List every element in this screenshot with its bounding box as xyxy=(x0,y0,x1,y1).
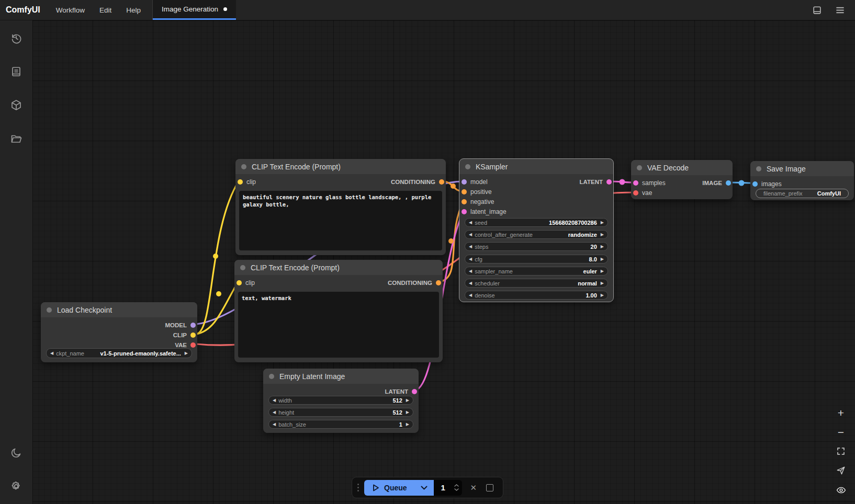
increment-arrow-icon[interactable]: ▶ xyxy=(406,422,409,427)
clip-slot-dot[interactable] xyxy=(190,333,196,338)
model-slot-dot[interactable] xyxy=(190,323,196,328)
increment-arrow-icon[interactable]: ▶ xyxy=(601,293,604,297)
output-slot-image[interactable]: IMAGE xyxy=(702,178,731,188)
decrement-arrow-icon[interactable]: ◀ xyxy=(469,293,472,297)
theme-toggle-moon-icon[interactable] xyxy=(6,442,27,463)
decrement-arrow-icon[interactable]: ◀ xyxy=(273,422,276,427)
toggle-visibility-button[interactable] xyxy=(835,484,847,496)
decrement-arrow-icon[interactable]: ◀ xyxy=(469,233,472,237)
image-slot-dot[interactable] xyxy=(752,181,758,187)
tab-image-generation[interactable]: Image Generation xyxy=(153,0,236,20)
menu-edit[interactable]: Edit xyxy=(92,0,119,20)
increment-arrow-icon[interactable]: ▶ xyxy=(601,257,604,261)
collapse-dot-icon[interactable] xyxy=(637,165,642,170)
collapse-dot-icon[interactable] xyxy=(240,265,245,270)
node-header[interactable]: Load Checkpoint xyxy=(41,302,197,317)
output-slot-clip[interactable]: CLIP xyxy=(173,330,196,340)
node-header[interactable]: CLIP Text Encode (Prompt) xyxy=(234,260,443,275)
menu-help[interactable]: Help xyxy=(119,0,148,20)
zoom-in-button[interactable]: + xyxy=(835,407,847,418)
node-empty-latent-image[interactable]: Empty Latent Image LATENT ◀ width 512 ▶ … xyxy=(263,369,419,433)
output-slot-latent[interactable]: LATENT xyxy=(385,386,417,396)
increment-arrow-icon[interactable]: ▶ xyxy=(601,245,604,249)
widget-seed[interactable]: ◀ seed 156680208700286 ▶ xyxy=(465,218,608,227)
prompt-textarea[interactable]: beautiful scenery nature glass bottle la… xyxy=(239,191,442,250)
drag-handle-icon[interactable] xyxy=(357,484,359,491)
decrement-arrow-icon[interactable]: ◀ xyxy=(469,269,472,273)
latent-slot-dot[interactable] xyxy=(412,389,417,394)
increment-arrow-icon[interactable]: ▶ xyxy=(406,410,409,415)
model-slot-dot[interactable] xyxy=(462,179,467,185)
output-slot-conditioning[interactable]: CONDITIONING xyxy=(391,177,444,187)
output-slot-model[interactable]: MODEL xyxy=(165,320,196,330)
widget-ckpt-name[interactable]: ◀ ckpt_name v1-5-pruned-emaonly.safete..… xyxy=(46,348,192,358)
model-library-icon[interactable] xyxy=(6,95,27,116)
widget-height[interactable]: ◀ height 512 ▶ xyxy=(268,408,413,417)
collapse-dot-icon[interactable] xyxy=(269,374,274,379)
node-load-checkpoint[interactable]: Load Checkpoint MODEL CLIP VAE ◀ ckpt_na… xyxy=(41,302,197,362)
input-slot-positive[interactable]: positive xyxy=(459,187,613,197)
zoom-out-button[interactable]: − xyxy=(835,426,847,438)
collapse-dot-icon[interactable] xyxy=(47,307,52,313)
increment-arrow-icon[interactable]: ▶ xyxy=(185,351,188,356)
output-slot-conditioning[interactable]: CONDITIONING xyxy=(388,278,441,288)
widget-scheduler[interactable]: ◀ scheduler normal ▶ xyxy=(465,279,608,288)
node-header[interactable]: CLIP Text Encode (Prompt) xyxy=(235,159,446,174)
conditioning-slot-dot[interactable] xyxy=(439,179,444,185)
conditioning-slot-dot[interactable] xyxy=(462,189,467,194)
select-mode-button[interactable] xyxy=(835,465,847,476)
increment-arrow-icon[interactable]: ▶ xyxy=(601,269,604,273)
input-slot-latent-image[interactable]: latent_image xyxy=(459,207,613,216)
collapse-dot-icon[interactable] xyxy=(465,164,470,169)
node-save-image[interactable]: Save Image images filename_prefix ComfyU… xyxy=(750,161,854,200)
input-slot-negative[interactable]: negative xyxy=(459,197,613,207)
hamburger-menu-icon[interactable] xyxy=(834,4,846,16)
batch-count-stepper[interactable] xyxy=(454,484,459,491)
node-header[interactable]: VAE Decode xyxy=(631,160,733,175)
node-graph-canvas[interactable] xyxy=(32,20,855,504)
node-clip-text-encode-positive[interactable]: CLIP Text Encode (Prompt) clip CONDITION… xyxy=(235,159,446,255)
widget-denoise[interactable]: ◀ denoise 1.00 ▶ xyxy=(465,291,608,300)
decrement-arrow-icon[interactable]: ◀ xyxy=(469,221,472,225)
widget-steps[interactable]: ◀ steps 20 ▶ xyxy=(465,242,608,251)
decrement-arrow-icon[interactable]: ◀ xyxy=(50,351,53,356)
vae-slot-dot[interactable] xyxy=(633,190,638,196)
conditioning-slot-dot[interactable] xyxy=(462,199,467,204)
menu-workflow[interactable]: Workflow xyxy=(49,0,92,20)
collapse-dot-icon[interactable] xyxy=(241,164,246,169)
stepper-up-icon[interactable] xyxy=(454,484,459,487)
latent-slot-dot[interactable] xyxy=(606,179,612,185)
latent-slot-dot[interactable] xyxy=(633,180,638,186)
input-slot-vae[interactable]: vae xyxy=(631,188,733,198)
widget-control-after-generate[interactable]: ◀ control_after_generate randomize ▶ xyxy=(465,230,608,239)
clip-slot-dot[interactable] xyxy=(237,280,242,285)
collapse-dot-icon[interactable] xyxy=(756,166,761,171)
clear-queue-button[interactable]: ✕ xyxy=(470,483,477,492)
widget-sampler-name[interactable]: ◀ sampler_name euler ▶ xyxy=(465,267,608,276)
increment-arrow-icon[interactable]: ▶ xyxy=(406,398,409,403)
prompt-textarea[interactable]: text, watermark xyxy=(238,292,439,358)
settings-gear-icon[interactable] xyxy=(6,476,27,497)
stop-button[interactable] xyxy=(486,484,493,491)
fit-view-button[interactable] xyxy=(835,445,847,457)
output-slot-latent[interactable]: LATENT xyxy=(579,177,612,187)
bottom-panel-icon[interactable] xyxy=(811,4,823,16)
input-slot-images[interactable]: images xyxy=(750,179,854,189)
latent-slot-dot[interactable] xyxy=(462,209,467,214)
image-slot-dot[interactable] xyxy=(726,180,731,186)
decrement-arrow-icon[interactable]: ◀ xyxy=(273,410,276,415)
conditioning-slot-dot[interactable] xyxy=(436,280,441,285)
node-header[interactable]: KSampler xyxy=(459,159,613,174)
increment-arrow-icon[interactable]: ▶ xyxy=(601,281,604,285)
node-vae-decode[interactable]: VAE Decode samples vae IMAGE xyxy=(631,160,733,199)
clip-slot-dot[interactable] xyxy=(238,179,243,185)
node-header[interactable]: Empty Latent Image xyxy=(263,369,419,384)
queue-options-chevron[interactable] xyxy=(414,480,434,496)
node-library-icon[interactable] xyxy=(6,61,27,82)
node-ksampler[interactable]: KSampler model positive negative latent_… xyxy=(459,159,613,302)
decrement-arrow-icon[interactable]: ◀ xyxy=(469,281,472,285)
node-header[interactable]: Save Image xyxy=(750,161,854,176)
node-clip-text-encode-negative[interactable]: CLIP Text Encode (Prompt) clip CONDITION… xyxy=(234,260,443,362)
batch-count-box[interactable]: 1 xyxy=(434,480,462,496)
decrement-arrow-icon[interactable]: ◀ xyxy=(469,245,472,249)
